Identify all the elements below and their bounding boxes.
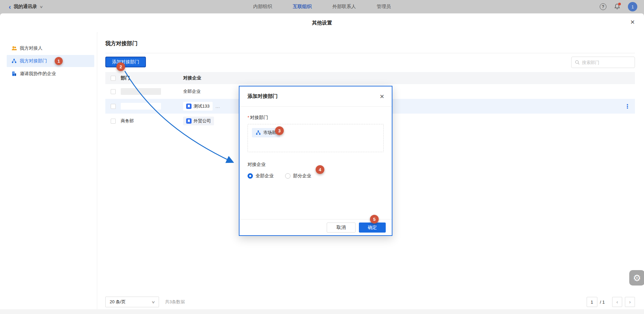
- redacted-department: [121, 88, 161, 95]
- bookmark-icon: [186, 118, 192, 124]
- company-cell-text: 全部企业: [183, 88, 201, 95]
- department-field-label: *对接部门: [248, 115, 384, 121]
- org-tree-icon: [256, 130, 261, 135]
- tab-external-contacts[interactable]: 外部联系人: [332, 4, 356, 10]
- column-header-department: 部门: [121, 75, 183, 81]
- top-navbar: ‹ 我的通讯录 ∨ 内部组织 互联组织 外部联系人 管理员 ? 1: [0, 0, 644, 13]
- building-icon: [11, 71, 17, 76]
- settings-fab[interactable]: ⚙: [629, 270, 644, 286]
- panel-header: 其他设置 ✕: [0, 13, 644, 32]
- sidebar-item-our-contacts[interactable]: 我方对接人: [7, 42, 94, 54]
- guide-step-4-badge: 4: [316, 165, 324, 174]
- row-checkbox[interactable]: [111, 89, 116, 94]
- search-icon: [575, 60, 580, 65]
- more-companies[interactable]: …: [215, 104, 220, 109]
- company-radio-group: 全部企业 部分企业: [248, 173, 384, 179]
- sidebar: 我方对接人 我方对接部门 1 邀请我协作的企业: [0, 32, 97, 309]
- total-count-text: 共3条数据: [165, 297, 185, 307]
- confirm-button[interactable]: 确定: [359, 223, 386, 233]
- required-asterisk: *: [248, 115, 249, 120]
- radio-all-companies[interactable]: 全部企业: [248, 173, 274, 179]
- page-size-select[interactable]: 20 条/页 ∨: [105, 297, 159, 307]
- page-title: 其他设置: [312, 20, 332, 26]
- redacted-department: [121, 103, 161, 110]
- pager-controls: 1 / 1 ‹ ›: [587, 297, 635, 307]
- next-page-button[interactable]: ›: [625, 297, 635, 307]
- add-department-modal: 添加对接部门 ✕ *对接部门 市场部 对接企业 全部企业: [239, 86, 392, 236]
- close-icon[interactable]: ✕: [380, 93, 384, 100]
- company-tag[interactable]: 外贸公司: [183, 117, 214, 125]
- tab-internal-org[interactable]: 内部组织: [253, 4, 272, 10]
- bell-icon[interactable]: [614, 3, 621, 10]
- bottom-strip: [0, 309, 644, 314]
- people-icon: [11, 46, 17, 51]
- company-field-label: 对接企业: [248, 162, 384, 168]
- pagination-bar: 20 条/页 ∨ 共3条数据 1 / 1 ‹ ›: [105, 297, 635, 307]
- column-header-company: 对接企业: [183, 75, 635, 81]
- page-size-value: 20 条/页: [110, 299, 126, 305]
- radio-checked-icon[interactable]: [248, 173, 253, 179]
- help-icon[interactable]: ?: [600, 3, 606, 10]
- total-pages-text: / 1: [600, 300, 605, 305]
- current-page-box[interactable]: 1: [587, 297, 597, 307]
- close-icon[interactable]: ✕: [630, 19, 635, 26]
- avatar[interactable]: 1: [628, 2, 637, 11]
- row-more-icon[interactable]: ⋮: [625, 99, 630, 114]
- guide-step-2-badge: 2: [116, 62, 125, 71]
- tab-admin[interactable]: 管理员: [377, 4, 391, 10]
- section-title: 我方对接部门: [105, 40, 635, 47]
- cancel-button[interactable]: 取消: [327, 223, 356, 233]
- row-checkbox[interactable]: [111, 104, 116, 109]
- sidebar-item-label: 我方对接人: [20, 45, 43, 51]
- gear-icon: ⚙: [633, 273, 641, 283]
- back-icon[interactable]: ‹: [9, 3, 11, 10]
- select-all-checkbox[interactable]: [111, 76, 116, 81]
- department-cell: 商务部: [121, 118, 134, 123]
- department-picker-area[interactable]: 市场部: [248, 124, 384, 152]
- radio-partial-companies[interactable]: 部分企业: [285, 173, 311, 179]
- notification-dot: [618, 3, 621, 5]
- company-tag[interactable]: 测试133: [183, 102, 213, 111]
- sidebar-item-inviting-companies[interactable]: 邀请我协作的企业: [7, 68, 94, 80]
- prev-page-button[interactable]: ‹: [612, 297, 622, 307]
- modal-footer: 取消 确定: [239, 219, 392, 235]
- org-tree-icon: [11, 58, 17, 64]
- add-department-button[interactable]: 添加对接部门: [105, 57, 146, 67]
- guide-step-5-badge: 5: [370, 215, 379, 224]
- divider: [105, 53, 635, 53]
- sidebar-item-label: 我方对接部门: [20, 58, 47, 64]
- chevron-down-icon: ∨: [151, 300, 155, 304]
- nav-right-group: ? 1: [600, 0, 637, 13]
- search-box[interactable]: [571, 57, 635, 68]
- search-input[interactable]: [582, 60, 631, 65]
- guide-step-3-badge: 3: [275, 126, 284, 135]
- sidebar-item-our-departments[interactable]: 我方对接部门 1: [7, 55, 94, 67]
- table-header-row: 部门 对接企业: [105, 72, 635, 84]
- toolbar: 添加对接部门: [105, 57, 635, 68]
- modal-header: 添加对接部门 ✕: [239, 86, 392, 107]
- bookmark-icon: [186, 104, 192, 109]
- nav-back-group[interactable]: ‹ 我的通讯录 ∨: [0, 3, 43, 10]
- nav-title: 我的通讯录: [14, 4, 37, 10]
- radio-unchecked-icon[interactable]: [285, 173, 290, 179]
- tab-connected-org[interactable]: 互联组织: [293, 4, 312, 10]
- nav-tabs: 内部组织 互联组织 外部联系人 管理员: [253, 0, 391, 13]
- row-checkbox[interactable]: [111, 119, 116, 124]
- app-stage: ‹ 我的通讯录 ∨ 内部组织 互联组织 外部联系人 管理员 ? 1 其他设置 ✕: [0, 0, 644, 314]
- sidebar-item-label: 邀请我协作的企业: [20, 71, 56, 77]
- modal-title: 添加对接部门: [248, 93, 278, 100]
- guide-step-1-badge: 1: [55, 57, 63, 65]
- chevron-down-icon[interactable]: ∨: [39, 5, 43, 9]
